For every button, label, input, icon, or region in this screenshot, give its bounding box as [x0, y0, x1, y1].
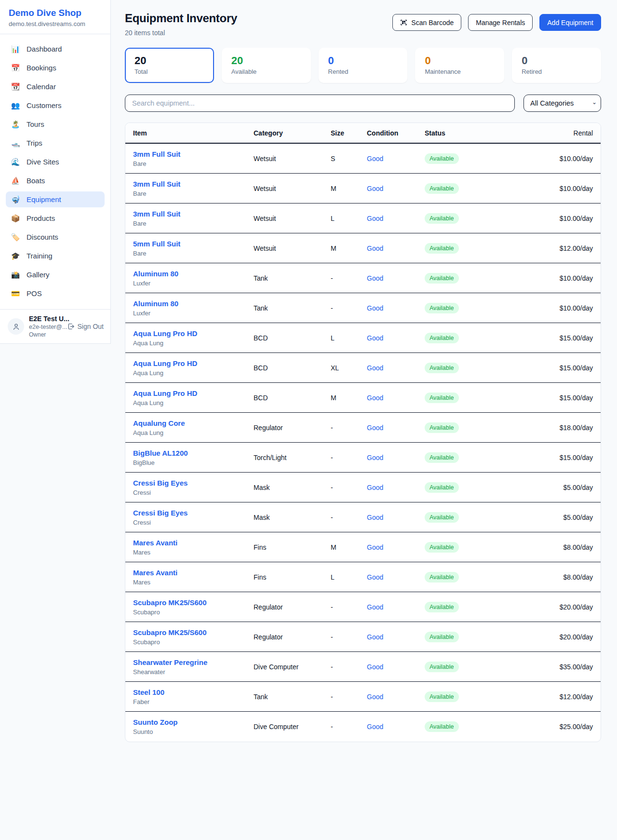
- condition-link[interactable]: Good: [367, 364, 383, 372]
- item-name-link[interactable]: Mares Avanti: [133, 539, 254, 547]
- condition-link[interactable]: Good: [367, 454, 383, 461]
- scan-barcode-label: Scan Barcode: [411, 19, 454, 27]
- item-name-link[interactable]: Steel 100: [133, 688, 254, 696]
- wave-icon: 🌊: [11, 158, 20, 165]
- page-title: Equipment Inventory: [125, 12, 237, 25]
- condition-cell: Good: [367, 573, 425, 581]
- sidebar-item[interactable]: 🌊 Dive Sites: [6, 154, 105, 170]
- rental-cell: $10.00/day: [485, 155, 593, 163]
- item-name-link[interactable]: Aluminum 80: [133, 299, 254, 308]
- sidebar-item-label: Dive Sites: [27, 158, 59, 166]
- item-name-link[interactable]: Aqua Lung Pro HD: [133, 389, 254, 397]
- condition-link[interactable]: Good: [367, 244, 383, 252]
- item-name-link[interactable]: Aqualung Core: [133, 419, 254, 427]
- add-equipment-button[interactable]: Add Equipment: [539, 14, 601, 31]
- item-name-link[interactable]: 3mm Full Suit: [133, 210, 254, 218]
- rental-cell: $10.00/day: [485, 185, 593, 192]
- scan-barcode-button[interactable]: Scan Barcode: [392, 14, 461, 31]
- category-cell: Dive Computer: [254, 723, 331, 731]
- stat-card-available[interactable]: 20 Available: [222, 48, 311, 83]
- item-brand: BigBlue: [133, 459, 254, 466]
- status-cell: Available: [425, 632, 485, 642]
- item-name-link[interactable]: BigBlue AL1200: [133, 449, 254, 457]
- condition-link[interactable]: Good: [367, 394, 383, 402]
- item-name-link[interactable]: 3mm Full Suit: [133, 180, 254, 188]
- item-name-link[interactable]: Aluminum 80: [133, 270, 254, 278]
- item-name-link[interactable]: Scubapro MK25/S600: [133, 628, 254, 637]
- condition-link[interactable]: Good: [367, 334, 383, 342]
- condition-link[interactable]: Good: [367, 514, 383, 521]
- item-name-link[interactable]: Cressi Big Eyes: [133, 479, 254, 487]
- manage-rentals-button[interactable]: Manage Rentals: [468, 14, 533, 31]
- condition-link[interactable]: Good: [367, 693, 383, 701]
- condition-link[interactable]: Good: [367, 304, 383, 312]
- condition-link[interactable]: Good: [367, 424, 383, 432]
- sidebar-item[interactable]: 📆 Calendar: [6, 79, 105, 95]
- sidebar-item[interactable]: 🎓 Training: [6, 248, 105, 264]
- stat-card-maintenance[interactable]: 0 Maintenance: [415, 48, 504, 83]
- sidebar-item[interactable]: ⛵ Boats: [6, 173, 105, 189]
- item-name-link[interactable]: Scubapro MK25/S600: [133, 598, 254, 607]
- sidebar: Demo Dive Shop demo.test.divestreams.com…: [0, 0, 111, 344]
- condition-link[interactable]: Good: [367, 215, 383, 222]
- sidebar-item[interactable]: 🤿 Equipment: [6, 191, 105, 207]
- sidebar-item[interactable]: 🛥️ Trips: [6, 135, 105, 151]
- item-name-link[interactable]: Shearwater Peregrine: [133, 658, 254, 666]
- item-name-link[interactable]: Aqua Lung Pro HD: [133, 329, 254, 338]
- stat-card-retired[interactable]: 0 Retired: [512, 48, 601, 83]
- condition-link[interactable]: Good: [367, 484, 383, 491]
- condition-link[interactable]: Good: [367, 573, 383, 581]
- item-name-link[interactable]: 5mm Full Suit: [133, 240, 254, 248]
- table-row: Scubapro MK25/S600 Scubapro Regulator - …: [125, 622, 601, 652]
- status-cell: Available: [425, 243, 485, 254]
- status-cell: Available: [425, 303, 485, 313]
- condition-link[interactable]: Good: [367, 663, 383, 671]
- condition-link[interactable]: Good: [367, 185, 383, 192]
- column-header-size: Size: [331, 129, 367, 137]
- sign-out-button[interactable]: Sign Out: [67, 323, 104, 330]
- item-name-link[interactable]: Cressi Big Eyes: [133, 509, 254, 517]
- search-input[interactable]: [125, 95, 515, 112]
- status-badge: Available: [425, 572, 459, 583]
- item-cell: Cressi Big Eyes Cressi: [133, 509, 254, 526]
- sidebar-item-label: Calendar: [27, 82, 56, 91]
- table-row: BigBlue AL1200 BigBlue Torch/Light - Goo…: [125, 443, 601, 473]
- table-body: 3mm Full Suit Bare Wetsuit S Good Availa…: [125, 144, 601, 742]
- size-cell: -: [331, 424, 367, 432]
- category-select[interactable]: All Categories: [523, 95, 601, 112]
- sidebar-item[interactable]: 💳 POS: [6, 285, 105, 301]
- item-name-link[interactable]: Aqua Lung Pro HD: [133, 359, 254, 367]
- stats-row: 20 Total 20 Available 0 Rented 0 Mainten…: [125, 48, 601, 83]
- condition-link[interactable]: Good: [367, 633, 383, 641]
- category-cell: Fins: [254, 573, 331, 581]
- condition-link[interactable]: Good: [367, 603, 383, 611]
- sidebar-item[interactable]: 🏝️ Tours: [6, 116, 105, 132]
- item-brand: Bare: [133, 160, 254, 167]
- stat-card-total[interactable]: 20 Total: [125, 48, 214, 83]
- sidebar-item[interactable]: 📊 Dashboard: [6, 41, 105, 57]
- sidebar-item[interactable]: 📸 Gallery: [6, 267, 105, 283]
- camera-icon: 📸: [11, 271, 20, 278]
- page-header: Equipment Inventory 20 items total Scan …: [125, 12, 601, 37]
- item-name-link[interactable]: Mares Avanti: [133, 569, 254, 577]
- sidebar-item[interactable]: 👥 Customers: [6, 97, 105, 113]
- condition-link[interactable]: Good: [367, 543, 383, 551]
- status-badge: Available: [425, 542, 459, 553]
- item-cell: Steel 100 Faber: [133, 688, 254, 705]
- sidebar-item-label: Equipment: [27, 195, 61, 203]
- sidebar-item[interactable]: 🏷️ Discounts: [6, 229, 105, 245]
- add-equipment-label: Add Equipment: [547, 19, 593, 27]
- condition-link[interactable]: Good: [367, 155, 383, 163]
- item-cell: Scubapro MK25/S600 Scubapro: [133, 628, 254, 646]
- item-name-link[interactable]: 3mm Full Suit: [133, 150, 254, 158]
- sidebar-item[interactable]: 📦 Products: [6, 210, 105, 226]
- sidebar-item[interactable]: 📅 Bookings: [6, 60, 105, 76]
- stat-card-rented[interactable]: 0 Rented: [319, 48, 408, 83]
- item-name-link[interactable]: Suunto Zoop: [133, 718, 254, 726]
- status-badge: Available: [425, 422, 459, 433]
- sidebar-item-label: Products: [27, 214, 55, 222]
- condition-link[interactable]: Good: [367, 723, 383, 731]
- condition-link[interactable]: Good: [367, 274, 383, 282]
- category-cell: Wetsuit: [254, 215, 331, 222]
- sidebar-item-label: Trips: [27, 139, 42, 147]
